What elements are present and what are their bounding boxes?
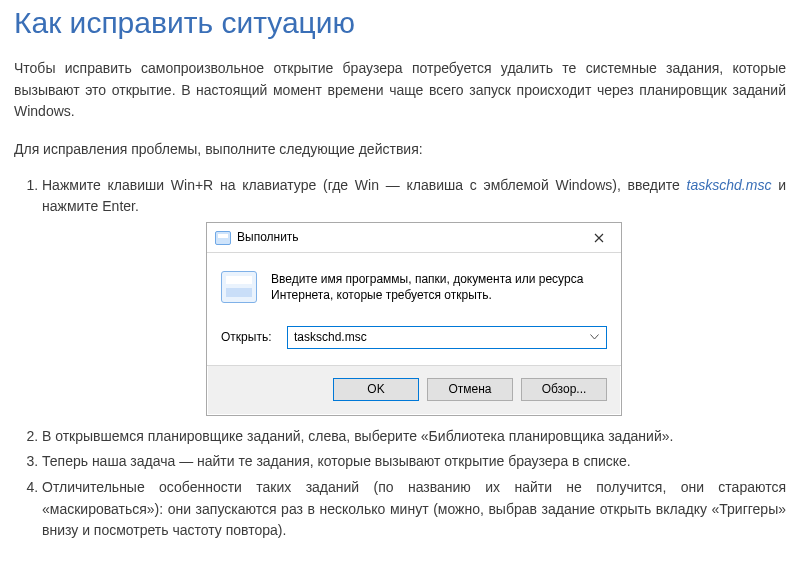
step-1: Нажмите клавиши Win+R на клавиатуре (где…	[42, 175, 786, 416]
steps-list: Нажмите клавиши Win+R на клавиатуре (где…	[14, 175, 786, 542]
run-dialog: Выполнить Введите имя программы, папки, …	[206, 222, 622, 415]
step-3: Теперь наша задача — найти те задания, к…	[42, 451, 786, 473]
step-2: В открывшемся планировщике заданий, слев…	[42, 426, 786, 448]
step-1-text-a: Нажмите клавиши Win+R на клавиатуре (где…	[42, 177, 687, 193]
step-1-command: taskschd.msc	[687, 177, 772, 193]
run-program-icon	[221, 271, 257, 303]
open-label: Открыть:	[221, 328, 287, 347]
close-icon[interactable]	[577, 223, 621, 252]
dialog-title: Выполнить	[237, 228, 577, 247]
cancel-button[interactable]: Отмена	[427, 378, 513, 401]
browse-button[interactable]: Обзор...	[521, 378, 607, 401]
chevron-down-icon[interactable]	[586, 329, 602, 345]
lead-paragraph: Для исправления проблемы, выполните след…	[14, 139, 786, 161]
ok-button[interactable]: OK	[333, 378, 419, 401]
run-title-icon	[215, 231, 231, 245]
open-input-value[interactable]: taskschd.msc	[294, 328, 586, 347]
intro-paragraph: Чтобы исправить самопроизвольное открыти…	[14, 58, 786, 123]
dialog-titlebar[interactable]: Выполнить	[207, 223, 621, 253]
page-title: Как исправить ситуацию	[14, 6, 786, 40]
open-combobox[interactable]: taskschd.msc	[287, 326, 607, 349]
step-4: Отличительные особенности таких заданий …	[42, 477, 786, 542]
dialog-hint: Введите имя программы, папки, документа …	[271, 271, 607, 303]
